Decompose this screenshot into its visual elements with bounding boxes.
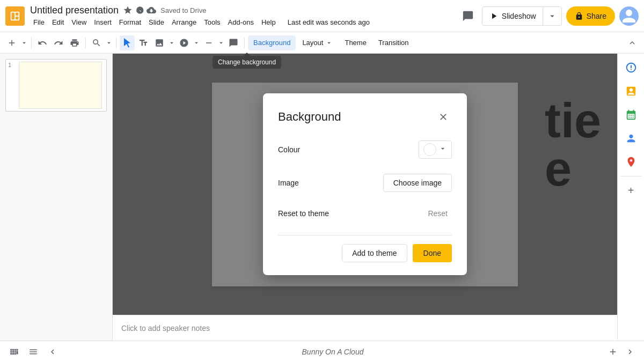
collapse-toolbar-button[interactable]	[625, 35, 640, 50]
color-dropdown-arrow[interactable]	[438, 144, 447, 155]
menu-view[interactable]: View	[68, 17, 90, 27]
menu-arrange[interactable]: Arrange	[169, 17, 200, 27]
share-button[interactable]: Share	[566, 6, 615, 26]
dialog-close-button[interactable]	[435, 108, 452, 125]
reset-to-theme-label: Reset to theme	[278, 209, 329, 218]
top-bar: Untitled presentation Saved to Drive Fil…	[0, 0, 644, 32]
comment-button[interactable]	[458, 6, 478, 26]
choose-image-button[interactable]: Choose image	[383, 174, 452, 192]
add-to-theme-button[interactable]: Add to theme	[342, 244, 407, 262]
menu-addons[interactable]: Add-ons	[225, 17, 257, 27]
right-panel: +	[617, 54, 644, 341]
toolbar-separator-4	[244, 38, 245, 48]
grid-view-button[interactable]	[6, 344, 21, 359]
slide-panel: 1	[0, 54, 113, 341]
add-to-theme-label: Add to theme	[352, 249, 397, 257]
history-icon[interactable]	[135, 5, 144, 15]
colour-row: Colour	[278, 141, 452, 159]
done-button[interactable]: Done	[413, 244, 452, 262]
canvas-area: tie e Background Colour	[113, 54, 617, 341]
background-dialog: Background Colour	[263, 93, 467, 275]
menu-slide[interactable]: Slide	[145, 17, 167, 27]
slide-thumbnail-1[interactable]: 1	[5, 59, 107, 112]
line-dropdown-icon[interactable]	[217, 39, 225, 47]
add-slide-bottom-button[interactable]	[605, 344, 620, 359]
undo-button[interactable]	[35, 35, 50, 50]
slide-canvas-wrap[interactable]: tie e Background Colour	[113, 54, 617, 315]
person-icon[interactable]	[621, 129, 641, 148]
text-button[interactable]	[136, 35, 151, 50]
slideshow-button[interactable]: Slideshow	[482, 6, 562, 26]
comment-toolbar-button[interactable]	[226, 35, 241, 50]
collapse-panel-button[interactable]	[45, 344, 60, 359]
expand-button[interactable]	[623, 344, 638, 359]
slide-image-1	[19, 62, 102, 109]
top-right-actions: Slideshow Share	[458, 6, 639, 26]
right-panel-separator	[620, 176, 641, 176]
main-area: 1 tie e Background	[0, 54, 644, 341]
reset-button[interactable]: Reset	[423, 207, 452, 220]
background-button[interactable]: Background	[248, 35, 296, 50]
menu-help[interactable]: Help	[258, 17, 279, 27]
reset-label: Reset	[428, 209, 448, 218]
bottom-bar: Bunny On A Cloud	[0, 341, 644, 362]
cursor-button[interactable]	[120, 35, 135, 50]
menu-insert[interactable]: Insert	[91, 17, 115, 27]
toolbar-separator-3	[116, 38, 116, 48]
svg-rect-3	[16, 16, 18, 19]
calendar-icon[interactable]	[621, 105, 641, 124]
bottom-left	[6, 344, 60, 359]
image-button[interactable]	[152, 35, 167, 50]
chevron-down-icon[interactable]	[20, 39, 28, 47]
slideshow-label: Slideshow	[502, 12, 536, 20]
user-avatar[interactable]	[619, 6, 639, 26]
star-icon[interactable]	[123, 5, 133, 15]
slides-icon[interactable]	[621, 82, 641, 101]
theme-name: Bunny On A Cloud	[302, 348, 364, 356]
dialog-header: Background	[278, 108, 452, 125]
menu-tools[interactable]: Tools	[201, 17, 223, 27]
color-picker[interactable]	[419, 141, 452, 159]
print-button[interactable]	[67, 35, 82, 50]
layout-button[interactable]: Layout	[297, 35, 338, 50]
speaker-notes[interactable]: Click to add speaker notes	[113, 315, 617, 341]
title-icons: Saved to Drive	[123, 5, 206, 15]
choose-image-label: Choose image	[393, 179, 442, 187]
presentation-title: Untitled presentation Saved to Drive	[30, 5, 458, 16]
right-panel-add-button[interactable]: +	[621, 181, 641, 200]
redo-button[interactable]	[51, 35, 66, 50]
add-button[interactable]	[4, 35, 19, 50]
menu-format[interactable]: Format	[116, 17, 144, 27]
zoom-button[interactable]	[89, 35, 104, 50]
theme-button[interactable]: Theme	[339, 35, 371, 50]
shape-dropdown-icon[interactable]	[193, 39, 200, 47]
layout-label: Layout	[302, 39, 323, 47]
last-edit-status: Last edit was seconds ago	[284, 17, 373, 27]
maps-icon[interactable]	[621, 152, 641, 172]
zoom-chevron-icon[interactable]	[105, 39, 113, 47]
bottom-right	[605, 344, 638, 359]
menu-file[interactable]: File	[30, 17, 48, 27]
app-logo[interactable]	[5, 6, 25, 26]
image-row: Image Choose image	[278, 174, 452, 192]
menu-bar: File Edit View Insert Format Slide Arran…	[30, 17, 458, 27]
colour-label: Colour	[278, 145, 300, 154]
transition-button[interactable]: Transition	[373, 35, 414, 50]
dialog-overlay: Background Colour	[113, 54, 617, 315]
saved-status: Saved to Drive	[160, 6, 206, 14]
svg-rect-1	[12, 12, 14, 19]
slide-number-1: 1	[8, 62, 16, 68]
menu-edit[interactable]: Edit	[49, 17, 67, 27]
share-label: Share	[587, 12, 606, 20]
list-view-button[interactable]	[26, 344, 41, 359]
toolbar-separator-2	[85, 38, 86, 48]
toolbar-separator-1	[31, 38, 32, 48]
shape-button[interactable]	[177, 35, 192, 50]
image-dropdown-icon[interactable]	[168, 39, 175, 47]
slideshow-dropdown[interactable]	[543, 7, 561, 25]
explore-icon[interactable]	[621, 58, 641, 77]
cloud-icon[interactable]	[147, 5, 156, 15]
slideshow-main[interactable]: Slideshow	[482, 7, 543, 25]
line-button[interactable]	[201, 35, 216, 50]
title-text[interactable]: Untitled presentation	[30, 5, 119, 16]
